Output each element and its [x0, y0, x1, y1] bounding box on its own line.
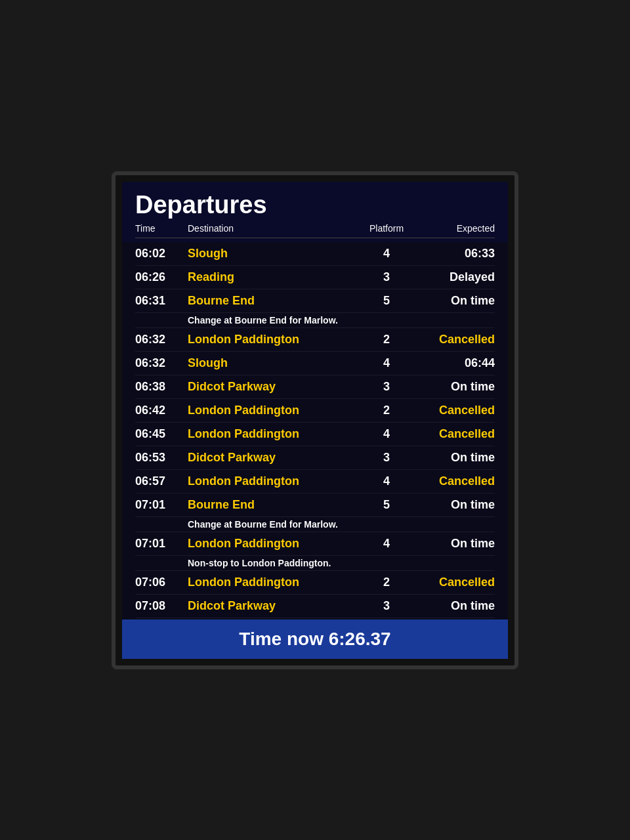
departure-time: 07:08 — [135, 599, 188, 613]
note-row: Change at Bourne End for Marlow. — [135, 313, 495, 328]
column-headers: Time Destination Platform Expected — [135, 222, 495, 238]
departure-destination: Slough — [188, 247, 357, 261]
departure-platform: 2 — [357, 404, 416, 417]
note-row: Change at Bourne End for Marlow. — [135, 517, 495, 532]
departure-platform: 3 — [357, 380, 416, 394]
table-row: 07:01Bourne End5On time — [135, 494, 495, 517]
table-row: 06:45London Paddington4Cancelled — [135, 423, 495, 446]
table-row: 06:57London Paddington4Cancelled — [135, 470, 495, 494]
departure-platform: 3 — [357, 270, 416, 284]
table-row: 06:26Reading3Delayed — [135, 266, 495, 289]
departure-time: 06:02 — [135, 247, 188, 261]
board-title: Departures — [135, 191, 495, 219]
departure-expected: On time — [416, 380, 495, 394]
col-header-destination: Destination — [188, 223, 357, 234]
note-row: Non-stop to London Paddington. — [135, 556, 495, 571]
departure-platform: 5 — [357, 498, 416, 512]
departure-destination: Didcot Parkway — [188, 380, 357, 394]
col-header-time: Time — [135, 223, 188, 234]
table-row: 06:32London Paddington2Cancelled — [135, 328, 495, 352]
departure-time: 06:32 — [135, 333, 188, 346]
departure-expected: Delayed — [416, 270, 495, 284]
departure-platform: 5 — [357, 294, 416, 308]
departure-time: 06:32 — [135, 356, 188, 370]
board-outer: Departures Time Destination Platform Exp… — [112, 171, 518, 669]
departure-expected: On time — [416, 294, 495, 308]
departure-time: 06:42 — [135, 404, 188, 417]
departure-destination: London Paddington — [188, 474, 357, 488]
departures-list: 06:02Slough406:3306:26Reading3Delayed06:… — [122, 242, 508, 618]
departure-platform: 2 — [357, 333, 416, 346]
table-row: 07:06London Paddington2Cancelled — [135, 571, 495, 595]
departure-expected: Cancelled — [416, 474, 495, 488]
departure-platform: 3 — [357, 451, 416, 465]
departure-destination: London Paddington — [188, 333, 357, 346]
departure-platform: 4 — [357, 247, 416, 261]
departure-expected: Cancelled — [416, 404, 495, 417]
header-section: Departures Time Destination Platform Exp… — [122, 182, 508, 242]
departure-destination: London Paddington — [188, 404, 357, 417]
departure-platform: 4 — [357, 537, 416, 551]
departure-destination: London Paddington — [188, 427, 357, 441]
departure-expected: 06:33 — [416, 247, 495, 261]
departure-time: 06:53 — [135, 451, 188, 465]
departure-time: 06:45 — [135, 427, 188, 441]
departure-destination: London Paddington — [188, 576, 357, 589]
departure-expected: On time — [416, 599, 495, 613]
departure-time: 07:01 — [135, 537, 188, 551]
departure-expected: On time — [416, 451, 495, 465]
departure-platform: 4 — [357, 356, 416, 370]
departure-time: 06:26 — [135, 270, 188, 284]
departure-platform: 2 — [357, 576, 416, 589]
table-row: 06:31Bourne End5On time — [135, 289, 495, 313]
departure-time: 06:31 — [135, 294, 188, 308]
departure-destination: Didcot Parkway — [188, 451, 357, 465]
departure-time: 07:01 — [135, 498, 188, 512]
departure-destination: Reading — [188, 270, 357, 284]
departure-time: 07:06 — [135, 576, 188, 589]
departure-destination: Didcot Parkway — [188, 599, 357, 613]
departure-expected: Cancelled — [416, 333, 495, 346]
departure-time: 06:57 — [135, 474, 188, 488]
table-row: 07:08Didcot Parkway3On time — [135, 595, 495, 618]
departure-platform: 3 — [357, 599, 416, 613]
table-row: 07:01London Paddington4On time — [135, 532, 495, 556]
departure-expected: Cancelled — [416, 427, 495, 441]
col-header-expected: Expected — [416, 223, 495, 234]
departure-destination: Bourne End — [188, 498, 357, 512]
time-now: Time now 6:26.37 — [131, 629, 499, 650]
table-row: 06:53Didcot Parkway3On time — [135, 446, 495, 470]
departure-expected: On time — [416, 537, 495, 551]
departure-expected: 06:44 — [416, 356, 495, 370]
table-row: 06:32Slough406:44 — [135, 352, 495, 375]
departure-time: 06:38 — [135, 380, 188, 394]
departures-board: Departures Time Destination Platform Exp… — [122, 182, 508, 659]
departure-expected: On time — [416, 498, 495, 512]
board-footer: Time now 6:26.37 — [122, 620, 508, 659]
table-row: 06:42London Paddington2Cancelled — [135, 399, 495, 423]
table-row: 06:38Didcot Parkway3On time — [135, 375, 495, 399]
departure-destination: Slough — [188, 356, 357, 370]
departure-destination: Bourne End — [188, 294, 357, 308]
departure-platform: 4 — [357, 427, 416, 441]
departure-expected: Cancelled — [416, 576, 495, 589]
col-header-platform: Platform — [357, 223, 416, 234]
departure-platform: 4 — [357, 474, 416, 488]
departure-destination: London Paddington — [188, 537, 357, 551]
table-row: 06:02Slough406:33 — [135, 242, 495, 266]
